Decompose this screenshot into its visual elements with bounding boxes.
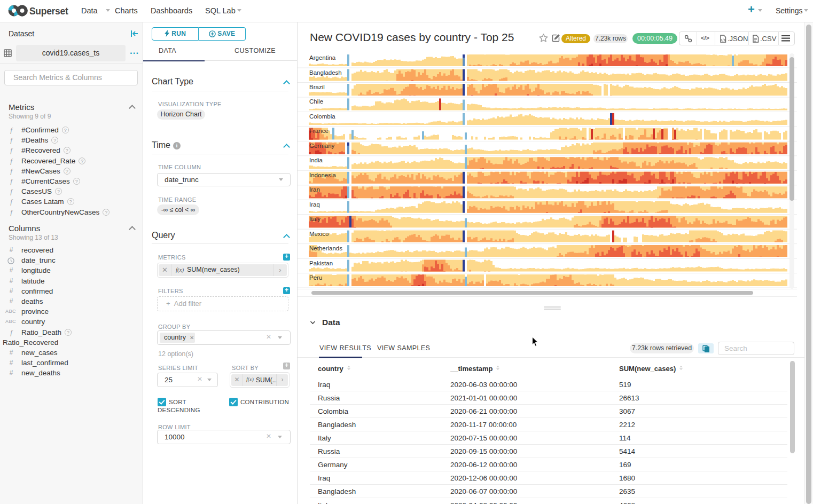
svg-text:Netherlands: Netherlands [309, 245, 342, 251]
svg-text:India: India [309, 157, 323, 163]
svg-text:Colombia: Colombia [309, 113, 335, 120]
svg-text:Pakistan: Pakistan [309, 260, 333, 266]
svg-text:Indonesia: Indonesia [309, 172, 336, 178]
svg-text:Mexico: Mexico [309, 231, 329, 237]
svg-text:France: France [309, 128, 329, 134]
svg-text:Peru: Peru [309, 274, 322, 281]
svg-text:Brazil: Brazil [309, 84, 325, 90]
svg-text:Iran: Iran [309, 186, 320, 193]
svg-text:Bangladesh: Bangladesh [309, 69, 342, 76]
svg-text:Chile: Chile [309, 98, 323, 105]
svg-text:Germany: Germany [309, 143, 335, 149]
svg-text:Argentina: Argentina [309, 54, 336, 61]
svg-text:Italy: Italy [309, 216, 320, 222]
svg-text:Iraq: Iraq [309, 201, 320, 208]
